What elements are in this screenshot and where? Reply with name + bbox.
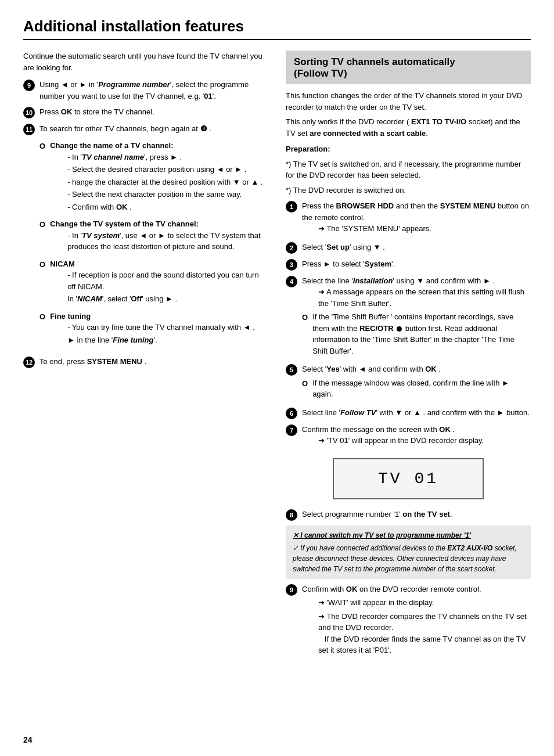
warning-check-item: ✓ If you have connected additional devic… <box>293 543 524 574</box>
right-step-7: 7 Confirm the message on the screen with… <box>286 424 531 449</box>
right-step-2-text: Select 'Set up' using ▼ . <box>302 242 531 253</box>
bullet-o-2: O <box>39 219 45 231</box>
right-step-9-sub2: ➜ The DVD recorder compares the TV chann… <box>318 611 531 656</box>
right-step-7-circle: 7 <box>286 424 297 436</box>
preparation-title: Preparation: <box>286 143 531 155</box>
right-step-2: 2 Select 'Set up' using ▼ . <box>286 242 531 254</box>
left-intro: Continue the automatic search until you … <box>23 51 268 73</box>
right-step-9-circle: 9 <box>286 584 297 596</box>
section-header: Sorting TV channels automatically(Follow… <box>286 51 531 84</box>
right-step-4-bullet-text: If the 'Time Shift Buffer ' contains imp… <box>312 311 531 357</box>
nicam-items: - If reception is poor and the sound dis… <box>62 269 268 305</box>
bullet-o-r1: O <box>302 312 308 323</box>
right-column: Sorting TV channels automatically(Follow… <box>286 51 531 663</box>
page-number: 24 <box>23 735 33 744</box>
bullet-change-name: O Change the name of a TV channel: - In … <box>39 140 268 216</box>
two-column-layout: Continue the automatic search until you … <box>23 51 531 663</box>
right-step-5-content: Select 'Yes' with ◄ and confirm with OK … <box>302 363 531 402</box>
bullet-fine-tuning-content: Fine tuning - You can try fine tune the … <box>50 311 255 350</box>
fine-tuning-items: - You can try fine tune the TV channel m… <box>62 322 255 345</box>
step-9-text: Using ◄ or ► in 'Programme number', sele… <box>39 79 268 102</box>
right-step-1-sub: ➜ The 'SYSTEM MENU' appears. <box>318 223 531 235</box>
bullet-change-system-content: Change the TV system of the TV channel: … <box>50 218 268 256</box>
right-step-4-content: Select the line 'Installation' using ▼ a… <box>302 275 531 359</box>
step-11-text: To search for other TV channels, begin a… <box>39 123 268 135</box>
prep-item-2: *) The DVD recorder is switched on. <box>286 185 531 196</box>
page-title: Additional installation features <box>23 17 531 40</box>
right-step-8: 8 Select programme number '1' on the TV … <box>286 509 531 521</box>
right-step-4: 4 Select the line 'Installation' using ▼… <box>286 275 531 359</box>
bullet-o-r2: O <box>302 378 308 390</box>
right-step-5-circle: 5 <box>286 364 297 376</box>
step-9: 9 Using ◄ or ► in 'Programme number', se… <box>23 79 268 102</box>
bullet-o-4: O <box>39 311 45 323</box>
right-step-1-content: Press the BROWSER HDD and then the SYSTE… <box>302 200 531 237</box>
section-title: Sorting TV channels automatically(Follow… <box>294 56 523 80</box>
ft-item-1: - You can try fine tune the TV channel m… <box>67 322 255 333</box>
right-step-8-text: Select programme number '1' on the TV se… <box>302 509 531 520</box>
preparation-block: Preparation: *) The TV set is switched o… <box>286 143 531 196</box>
bullet-nicam: O NICAM - If reception is poor and the s… <box>39 258 268 308</box>
right-step-9-sub1: ➜ 'WAIT' will appear in the display. <box>318 597 531 609</box>
right-step-5-bullet-text: If the message window was closed, confir… <box>312 377 531 400</box>
right-step-5-bullet: O If the message window was closed, conf… <box>302 377 531 400</box>
step-12-text: To end, press SYSTEM MENU . <box>39 356 268 368</box>
right-step-3: 3 Press ► to select 'System'. <box>286 258 531 271</box>
page: Additional installation features Continu… <box>0 0 554 756</box>
step-11-circle: 11 <box>23 124 35 135</box>
change-name-items: - In 'TV channel name', press ► . - Sele… <box>62 152 262 213</box>
right-step-9-content: Confirm with OK on the DVD recorder remo… <box>302 584 531 658</box>
right-step-6: 6 Select line 'Follow TV' with ▼ or ▲ . … <box>286 407 531 419</box>
right-step-7-content: Confirm the message on the screen with O… <box>302 424 531 449</box>
right-step-7-sub: ➜ 'TV 01' will appear in the DVD recorde… <box>318 435 531 447</box>
rec-circle <box>397 326 402 332</box>
cn-item-5: - Confirm with OK . <box>67 201 262 213</box>
cn-item-3: - hange the character at the desired pos… <box>67 177 262 188</box>
bullet-o-3: O <box>39 259 45 271</box>
right-step-1: 1 Press the BROWSER HDD and then the SYS… <box>286 200 531 237</box>
prep-item-1: *) The TV set is switched on, and if nec… <box>286 159 531 181</box>
right-step-2-circle: 2 <box>286 242 297 254</box>
right-step-6-text: Select line 'Follow TV' with ▼ or ▲ . an… <box>302 407 531 419</box>
cn-item-2: - Select the desired character position … <box>67 164 262 175</box>
right-intro-1: This function changes the order of the T… <box>286 90 531 113</box>
cs-item-1: - In 'TV system', use ◄ or ► to select t… <box>67 230 268 253</box>
step-10: 10 Press OK to store the TV channel. <box>23 106 268 118</box>
right-step-1-circle: 1 <box>286 201 297 213</box>
right-step-4-bullet: O If the 'Time Shift Buffer ' contains i… <box>302 311 531 357</box>
cn-item-1: - In 'TV channel name', press ► . <box>67 152 262 163</box>
change-system-items: - In 'TV system', use ◄ or ► to select t… <box>62 230 268 253</box>
step-9-circle: 9 <box>23 80 35 91</box>
bullet-nicam-content: NICAM - If reception is poor and the sou… <box>50 258 268 308</box>
nicam-item-1: - If reception is poor and the sound dis… <box>67 269 268 292</box>
bullet-o-1: O <box>39 141 45 152</box>
ft-item-2: ► in the line 'Fine tuning'. <box>67 334 255 346</box>
tv-display: TV 01 <box>333 458 484 499</box>
step-12-circle: 12 <box>23 357 35 368</box>
right-intro-2: This only works if the DVD recorder ( EX… <box>286 116 531 139</box>
right-step-6-circle: 6 <box>286 408 297 419</box>
right-step-4-circle: 4 <box>286 276 297 287</box>
right-step-3-text: Press ► to select 'System'. <box>302 258 531 270</box>
cn-item-4: - Select the next character position in … <box>67 189 262 200</box>
warning-x-item: ✕ I cannot switch my TV set to programme… <box>293 530 524 541</box>
step-11: 11 To search for other TV channels, begi… <box>23 123 268 135</box>
bullet-change-system: O Change the TV system of the TV channel… <box>39 218 268 256</box>
step-12: 12 To end, press SYSTEM MENU . <box>23 356 268 368</box>
step-10-text: Press OK to store the TV channel. <box>39 106 268 118</box>
bullet-fine-tuning: O Fine tuning - You can try fine tune th… <box>39 311 268 350</box>
right-step-5: 5 Select 'Yes' with ◄ and confirm with O… <box>286 363 531 402</box>
bullet-change-name-content: Change the name of a TV channel: - In 'T… <box>50 140 262 216</box>
right-step-3-circle: 3 <box>286 259 297 271</box>
right-step-4-sub: ➜ A message appears on the screen that t… <box>318 286 531 309</box>
nicam-item-2: In 'NICAM', select 'Off' using ► . <box>67 293 268 305</box>
step-10-circle: 10 <box>23 107 35 118</box>
warning-box: ✕ I cannot switch my TV set to programme… <box>286 525 531 579</box>
right-step-8-circle: 8 <box>286 509 297 521</box>
right-step-9: 9 Confirm with OK on the DVD recorder re… <box>286 584 531 658</box>
left-column: Continue the automatic search until you … <box>23 51 268 663</box>
